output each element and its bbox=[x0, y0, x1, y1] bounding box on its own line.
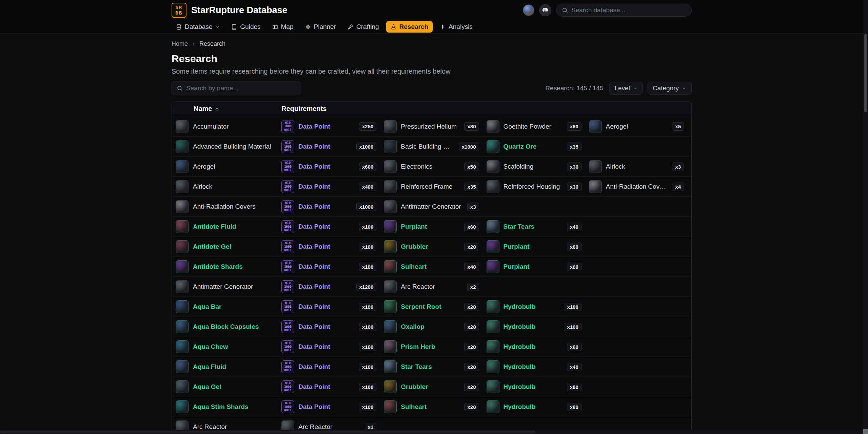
item-name-cell[interactable]: Aqua Fluid bbox=[172, 360, 281, 373]
requirement-link[interactable]: Data Point bbox=[298, 343, 330, 351]
requirement-link[interactable]: Data Point bbox=[298, 163, 330, 170]
table-row[interactable]: Aqua Gel01010000011Data Pointx100Grubble… bbox=[172, 377, 691, 397]
requirement-link[interactable]: Arc Reactor bbox=[298, 423, 332, 431]
requirement-link[interactable]: Reinforced Frame bbox=[401, 183, 452, 190]
global-search-input[interactable] bbox=[571, 6, 686, 14]
user-avatar[interactable] bbox=[523, 4, 534, 16]
requirement-link[interactable]: Data Point bbox=[298, 143, 330, 150]
requirement-link[interactable]: Antimatter Generator bbox=[401, 203, 461, 210]
item-name-cell[interactable]: Aqua Chew bbox=[172, 340, 281, 353]
item-name-link[interactable]: Arc Reactor bbox=[193, 423, 227, 431]
requirement-link[interactable]: Data Point bbox=[298, 203, 330, 210]
horizontal-scrollbar[interactable] bbox=[0, 430, 863, 434]
nav-item-guides[interactable]: Guides bbox=[227, 21, 265, 33]
table-row[interactable]: Advanced Building Material01010000011Dat… bbox=[172, 136, 691, 156]
requirement-link[interactable]: Electronics bbox=[401, 163, 432, 170]
requirement-link[interactable]: Hydrobulb bbox=[504, 323, 536, 331]
item-name-cell[interactable]: Antidote Shards bbox=[172, 260, 281, 273]
requirement-link[interactable]: Goethite Powder bbox=[504, 123, 552, 130]
requirement-link[interactable]: Grubbler bbox=[401, 243, 428, 250]
item-name-cell[interactable]: Antimatter Generator bbox=[172, 280, 281, 293]
requirement-link[interactable]: Data Point bbox=[298, 263, 330, 270]
requirement-link[interactable]: Serpent Root bbox=[401, 303, 441, 310]
requirement-link[interactable]: Sulheart bbox=[401, 263, 427, 270]
requirement-link[interactable]: Purplant bbox=[504, 243, 530, 250]
item-name-cell[interactable]: Aerogel bbox=[172, 160, 281, 173]
item-name-cell[interactable]: Aqua Gel bbox=[172, 380, 281, 393]
requirement-link[interactable]: Data Point bbox=[298, 283, 330, 290]
requirement-link[interactable]: Hydrobulb bbox=[504, 363, 536, 371]
table-row[interactable]: Aqua Fluid01010000011Data Pointx100Star … bbox=[172, 357, 691, 377]
requirement-link[interactable]: Reinforced Housing bbox=[504, 183, 560, 190]
item-name-link[interactable]: Aqua Stim Shards bbox=[193, 403, 249, 411]
item-name-link[interactable]: Aqua Fluid bbox=[193, 363, 226, 371]
requirement-link[interactable]: Basic Building Material bbox=[401, 143, 455, 150]
nav-item-analysis[interactable]: Analysis bbox=[435, 21, 477, 33]
table-row[interactable]: Antidote Fluid01010000011Data Pointx100P… bbox=[172, 216, 691, 237]
requirement-link[interactable]: Anti-Radiation Covers bbox=[606, 183, 668, 190]
horizontal-scrollbar-thumb[interactable] bbox=[0, 431, 535, 433]
requirement-link[interactable]: Hydrobulb bbox=[504, 343, 536, 351]
nav-item-map[interactable]: Map bbox=[268, 21, 298, 33]
vertical-scrollbar-thumb[interactable] bbox=[864, 34, 867, 112]
requirement-link[interactable]: Star Tears bbox=[401, 363, 432, 371]
table-row[interactable]: Anti-Radiation Covers01010000011Data Poi… bbox=[172, 196, 691, 216]
breadcrumb-home[interactable]: Home bbox=[172, 40, 188, 48]
vertical-scrollbar[interactable] bbox=[863, 0, 868, 434]
table-row[interactable]: Antimatter Generator01010000011Data Poin… bbox=[172, 277, 691, 297]
table-row[interactable]: Aqua Chew01010000011Data Pointx100Prism … bbox=[172, 337, 691, 357]
nav-item-database[interactable]: Database bbox=[172, 21, 224, 33]
nav-item-crafting[interactable]: Crafting bbox=[343, 21, 383, 33]
requirement-link[interactable]: Oxallop bbox=[401, 323, 425, 331]
item-name-cell[interactable]: Advanced Building Material bbox=[172, 140, 281, 153]
item-name-link[interactable]: Aqua Block Capsules bbox=[193, 323, 259, 331]
nav-item-research[interactable]: Research bbox=[386, 21, 433, 33]
item-name-link[interactable]: Antidote Shards bbox=[193, 263, 243, 270]
item-name-cell[interactable]: Airlock bbox=[172, 180, 281, 193]
item-name-cell[interactable]: Aqua Stim Shards bbox=[172, 400, 281, 413]
requirement-link[interactable]: Data Point bbox=[298, 243, 330, 250]
requirement-link[interactable]: Hydrobulb bbox=[504, 383, 536, 391]
requirement-link[interactable]: Arc Reactor bbox=[401, 283, 435, 290]
brand[interactable]: SR DB StarRupture Database bbox=[172, 3, 288, 18]
requirement-link[interactable]: Data Point bbox=[298, 323, 330, 331]
table-row[interactable]: Aqua Stim Shards01010000011Data Pointx10… bbox=[172, 397, 691, 417]
name-search-input[interactable] bbox=[186, 84, 295, 92]
requirement-link[interactable]: Data Point bbox=[298, 403, 330, 411]
requirement-link[interactable]: Data Point bbox=[298, 383, 330, 391]
item-name-cell[interactable]: Antidote Gel bbox=[172, 240, 281, 253]
category-filter-dropdown[interactable]: Category bbox=[648, 82, 692, 95]
table-row[interactable]: Airlock01010000011Data Pointx400Reinforc… bbox=[172, 176, 691, 196]
requirement-link[interactable]: Hydrobulb bbox=[504, 403, 536, 411]
item-name-cell[interactable]: Accumulator bbox=[172, 120, 281, 133]
level-filter-dropdown[interactable]: Level bbox=[609, 82, 643, 95]
requirement-link[interactable]: Hydrobulb bbox=[504, 303, 536, 310]
nav-item-planner[interactable]: Planner bbox=[301, 21, 341, 33]
requirement-link[interactable]: Data Point bbox=[298, 303, 330, 310]
item-name-link[interactable]: Antimatter Generator bbox=[193, 283, 253, 290]
requirement-link[interactable]: Grubbler bbox=[401, 383, 428, 391]
item-name-link[interactable]: Airlock bbox=[193, 183, 212, 190]
requirement-link[interactable]: Data Point bbox=[298, 223, 330, 230]
item-name-link[interactable]: Aqua Bar bbox=[193, 303, 221, 310]
requirement-link[interactable]: Prism Herb bbox=[401, 343, 435, 351]
item-name-link[interactable]: Accumulator bbox=[193, 123, 229, 130]
item-name-link[interactable]: Aqua Chew bbox=[193, 343, 228, 351]
requirement-link[interactable]: Scafolding bbox=[504, 163, 534, 170]
requirement-link[interactable]: Data Point bbox=[298, 183, 330, 190]
table-row[interactable]: Aqua Block Capsules01010000011Data Point… bbox=[172, 317, 691, 337]
item-name-link[interactable]: Aerogel bbox=[193, 163, 215, 170]
requirement-link[interactable]: Pressurized Helium bbox=[401, 123, 457, 130]
item-name-link[interactable]: Anti-Radiation Covers bbox=[193, 203, 256, 210]
table-row[interactable]: Antidote Gel01010000011Data Pointx100Gru… bbox=[172, 237, 691, 257]
requirement-link[interactable]: Data Point bbox=[298, 363, 330, 371]
column-header-name[interactable]: Name bbox=[172, 105, 281, 113]
table-row[interactable]: Accumulator01010000011Data Pointx250Pres… bbox=[172, 116, 691, 136]
requirement-link[interactable]: Airlock bbox=[606, 163, 625, 170]
item-name-link[interactable]: Advanced Building Material bbox=[193, 143, 271, 150]
table-row[interactable]: Aqua Bar01010000011Data Pointx100Serpent… bbox=[172, 297, 691, 317]
requirement-link[interactable]: Data Point bbox=[298, 123, 330, 130]
table-row[interactable]: Aerogel01010000011Data Pointx600Electron… bbox=[172, 156, 691, 176]
item-name-cell[interactable]: Antidote Fluid bbox=[172, 220, 281, 233]
requirement-link[interactable]: Star Tears bbox=[504, 223, 535, 230]
